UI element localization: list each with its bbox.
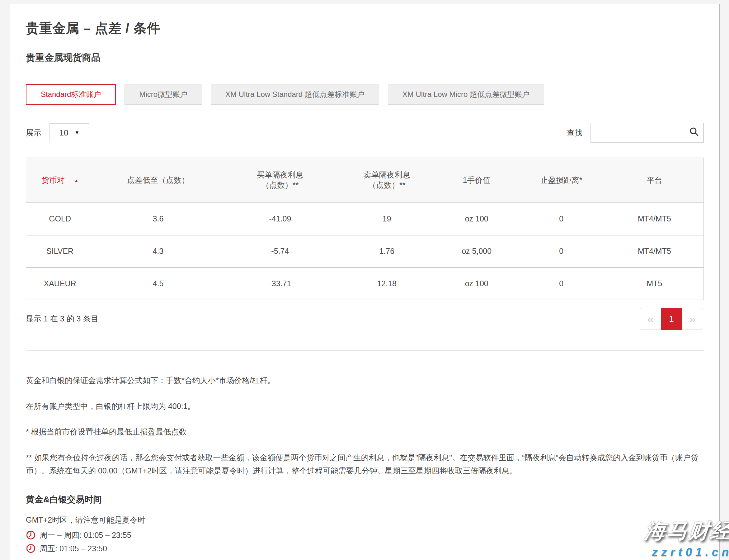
- pagination-page-1-button[interactable]: 1: [661, 308, 682, 330]
- column-header: 1手价值: [436, 158, 517, 203]
- search-group: 查找: [567, 123, 704, 143]
- table-cell: 4.5: [94, 268, 223, 300]
- page-subtitle: 贵重金属现货商品: [26, 51, 704, 64]
- note-paragraph: * 根据当前市价设置挂单的最低止损盈最低点数: [26, 425, 704, 439]
- column-header: 止盈损距离*: [517, 158, 605, 203]
- trading-hours-line: 周一 – 周四: 01:05 – 23:55: [26, 530, 704, 540]
- table-footer: 显示 1 在 3 的 3 条目 « 1 »: [26, 308, 704, 330]
- tab-ultra-low-standard[interactable]: XM Ultra Low Standard 超低点差标准账户: [211, 84, 379, 105]
- table-cell: GOLD: [26, 203, 94, 235]
- search-box: [590, 123, 704, 143]
- trading-hours-heading: 黄金&白银交易时间: [26, 494, 704, 505]
- table-cell: MT4/MT5: [605, 203, 704, 235]
- pagination: « 1 »: [640, 308, 703, 330]
- table-cell: 0: [517, 268, 605, 300]
- table-cell: XAUEUR: [26, 268, 94, 300]
- trading-hours-schedule: 周一 – 周四: 01:05 – 23:55周五: 01:05 – 23:50: [26, 530, 704, 554]
- search-icon[interactable]: [689, 126, 699, 139]
- timezone-note: GMT+2时区，请注意可能是夏令时: [26, 515, 704, 525]
- table-cell: -5.74: [223, 235, 338, 268]
- section-divider: [26, 350, 704, 351]
- column-header: 卖单隔夜利息 （点数）**: [338, 158, 436, 203]
- note-paragraph: 黄金和白银的保证金需求计算公式如下：手数*合约大小*市场价格/杠杆。: [26, 374, 704, 387]
- account-tabs: Standard标准账户Micro微型账户XM Ultra Low Standa…: [26, 84, 704, 105]
- table-cell: MT5: [605, 268, 704, 300]
- spreads-table: 货币对▲点差低至（点数）买单隔夜利息 （点数）**卖单隔夜利息 （点数）**1手…: [26, 158, 704, 300]
- table-cell: oz 5,000: [436, 235, 517, 268]
- notes-section: 黄金和白银的保证金需求计算公式如下：手数*合约大小*市场价格/杠杆。在所有账户类…: [26, 374, 704, 477]
- table-cell: 19: [338, 203, 436, 235]
- search-label: 查找: [567, 128, 582, 138]
- table-row: XAUEUR4.5-33.7112.18oz 1000MT5: [26, 268, 704, 300]
- showing-entries-text: 显示 1 在 3 的 3 条目: [26, 308, 98, 324]
- table-cell: 1.76: [338, 235, 436, 268]
- table-cell: 4.3: [94, 235, 223, 268]
- table-cell: 3.6: [94, 203, 223, 235]
- note-paragraph: ** 如果您有仓位持仓过夜的话，那么您会支付或者获取一些金额，该金额便是两个货币…: [26, 451, 704, 477]
- show-entries-label: 展示: [26, 128, 41, 138]
- table-cell: 0: [517, 235, 605, 268]
- clock-icon: [26, 543, 36, 553]
- table-header-row: 货币对▲点差低至（点数）买单隔夜利息 （点数）**卖单隔夜利息 （点数）**1手…: [26, 158, 704, 203]
- table-cell: SILVER: [26, 235, 94, 268]
- page-title: 贵重金属 – 点差 / 条件: [26, 20, 704, 37]
- sort-asc-icon: ▲: [74, 178, 79, 183]
- show-entries-group: 展示 10 ▼: [26, 123, 89, 142]
- clock-icon: [26, 530, 36, 540]
- tab-standard[interactable]: Standard标准账户: [26, 84, 116, 105]
- show-entries-value: 10: [59, 128, 69, 138]
- column-header: 平台: [605, 158, 704, 203]
- search-input[interactable]: [591, 123, 703, 142]
- tab-micro[interactable]: Micro微型账户: [125, 84, 202, 105]
- chevron-down-icon: ▼: [75, 130, 80, 135]
- column-header: 买单隔夜利息 （点数）**: [223, 158, 338, 203]
- content-card: 贵重金属 – 点差 / 条件 贵重金属现货商品 Standard标准账户Micr…: [10, 4, 720, 560]
- table-cell: -41.09: [223, 203, 338, 235]
- table-cell: 12.18: [338, 268, 436, 300]
- table-cell: -33.71: [223, 268, 338, 300]
- note-paragraph: 在所有账户类型中，白银的杠杆上限均为 400:1。: [26, 400, 704, 413]
- column-header[interactable]: 货币对▲: [26, 158, 94, 203]
- table-cell: MT4/MT5: [605, 235, 704, 268]
- tab-ultra-low-micro[interactable]: XM Ultra Low Micro 超低点差微型账户: [388, 84, 544, 105]
- table-body: GOLD3.6-41.0919oz 1000MT4/MT5SILVER4.3-5…: [26, 203, 704, 300]
- table-row: GOLD3.6-41.0919oz 1000MT4/MT5: [26, 203, 704, 235]
- pagination-prev-button[interactable]: «: [640, 308, 661, 330]
- table-row: SILVER4.3-5.741.76oz 5,0000MT4/MT5: [26, 235, 704, 268]
- trading-hours-text: 周五: 01:05 – 23:50: [40, 543, 107, 554]
- show-entries-select[interactable]: 10 ▼: [50, 123, 89, 142]
- column-header: 点差低至（点数）: [94, 158, 223, 203]
- trading-hours-text: 周一 – 周四: 01:05 – 23:55: [40, 530, 131, 540]
- table-cell: 0: [517, 203, 605, 235]
- trading-hours-line: 周五: 01:05 – 23:50: [26, 543, 704, 554]
- table-cell: oz 100: [436, 203, 517, 235]
- table-cell: oz 100: [436, 268, 517, 300]
- table-controls: 展示 10 ▼ 查找: [26, 123, 704, 143]
- pagination-next-button[interactable]: »: [682, 308, 703, 330]
